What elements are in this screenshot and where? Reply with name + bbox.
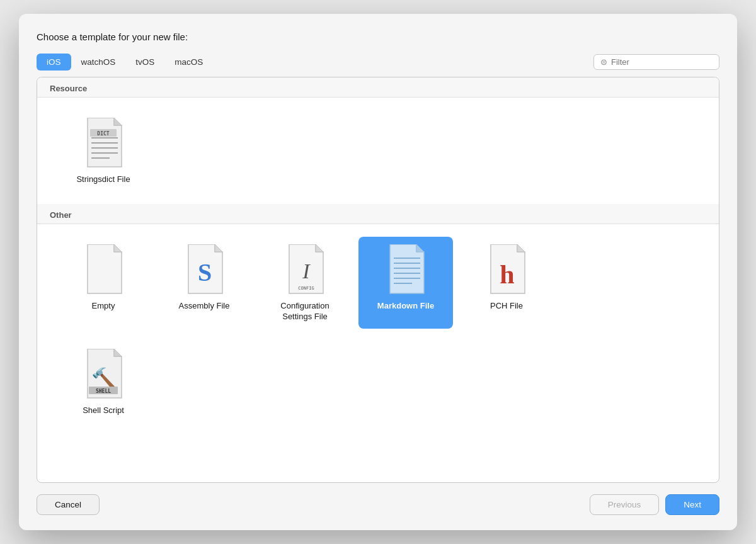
pch-icon: h: [484, 244, 529, 295]
empty-icon: [81, 244, 125, 295]
svg-marker-15: [316, 244, 323, 252]
stringsdict-label: Stringsdict File: [76, 174, 130, 185]
empty-label: Empty: [92, 301, 115, 312]
svg-text:CONFIG: CONFIG: [298, 286, 314, 291]
svg-text:DICT: DICT: [97, 131, 109, 137]
svg-marker-19: [416, 244, 424, 252]
previous-button[interactable]: Previous: [590, 494, 660, 515]
shell-label: Shell Script: [83, 405, 124, 416]
svg-text:SHELL: SHELL: [96, 388, 111, 394]
svg-text:h: h: [500, 260, 514, 289]
tab-ios[interactable]: iOS: [37, 54, 71, 71]
filter-icon: ⊜: [600, 57, 607, 67]
markdown-icon: [384, 244, 428, 295]
section-header-resource: Resource: [37, 77, 719, 98]
template-dialog: Choose a template for your new file: iOS…: [19, 14, 737, 530]
filter-input[interactable]: [611, 57, 713, 67]
svg-marker-27: [517, 244, 525, 252]
filter-box: ⊜: [593, 54, 719, 70]
file-item-assembly[interactable]: S Assembly File: [157, 237, 251, 329]
file-item-config[interactable]: I CONFIG Configuration Settings File: [258, 237, 352, 329]
file-item-pch[interactable]: h PCH File: [459, 237, 554, 329]
tab-row: iOS watchOS tvOS macOS ⊜: [37, 54, 719, 71]
markdown-label: Markdown File: [377, 301, 434, 312]
svg-marker-10: [114, 244, 122, 252]
svg-marker-30: [114, 349, 122, 356]
shell-icon: 🔨 SHELL: [81, 349, 125, 399]
dialog-footer: Cancel Previous Next: [37, 494, 719, 515]
content-area: Resource DICT Stringsdic: [37, 77, 719, 483]
tab-watchos[interactable]: watchOS: [71, 54, 126, 71]
file-item-markdown[interactable]: Markdown File: [358, 237, 453, 329]
assembly-icon: S: [182, 244, 226, 295]
next-button[interactable]: Next: [665, 494, 719, 515]
dialog-title: Choose a template for your new file:: [37, 31, 719, 42]
other-items-grid-row2: 🔨 SHELL Shell Script: [37, 341, 719, 435]
nav-buttons: Previous Next: [590, 494, 719, 515]
pch-label: PCH File: [490, 301, 523, 312]
file-item-shell[interactable]: 🔨 SHELL Shell Script: [56, 341, 151, 422]
stringsdict-icon: DICT: [81, 118, 125, 168]
file-item-stringsdict[interactable]: DICT Stringsdict File: [56, 110, 151, 191]
tab-tvos[interactable]: tvOS: [125, 54, 164, 71]
file-item-empty[interactable]: Empty: [56, 237, 151, 329]
svg-text:S: S: [198, 258, 212, 286]
svg-text:I: I: [302, 259, 311, 283]
tabs-container: iOS watchOS tvOS macOS: [37, 54, 213, 71]
section-header-other: Other: [37, 204, 719, 224]
other-items-grid: Empty S Assembly File I C: [37, 224, 719, 341]
cancel-button[interactable]: Cancel: [37, 494, 100, 515]
tab-macos[interactable]: macOS: [164, 54, 213, 71]
svg-marker-1: [114, 118, 122, 125]
config-label: Configuration Settings File: [280, 301, 329, 322]
assembly-label: Assembly File: [179, 301, 230, 312]
svg-marker-12: [215, 244, 222, 252]
resource-items-grid: DICT Stringsdict File: [37, 98, 719, 204]
config-icon: I CONFIG: [283, 244, 327, 295]
